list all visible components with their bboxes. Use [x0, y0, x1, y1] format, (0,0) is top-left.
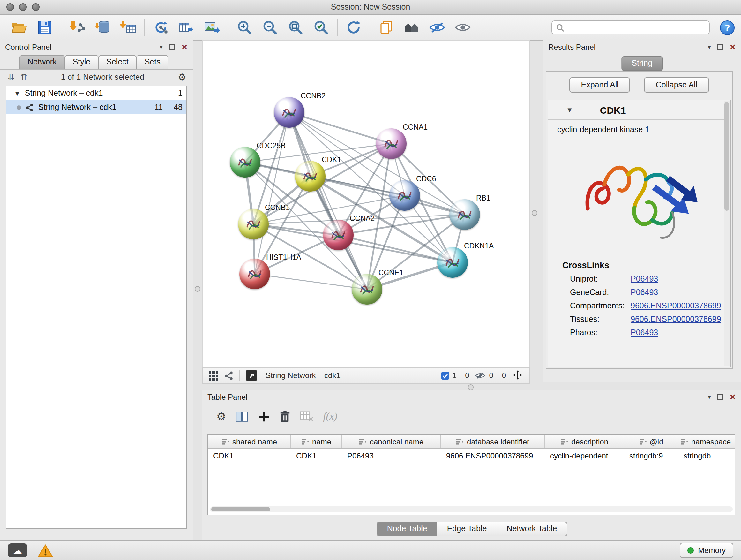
help-button[interactable]: ? — [720, 20, 735, 35]
network-node-cdkn1a[interactable] — [437, 247, 468, 278]
close-panel-icon[interactable]: ✕ — [730, 43, 736, 51]
zoom-out-button[interactable] — [257, 17, 283, 38]
open-session-button[interactable] — [6, 17, 32, 38]
splitter-handle-left[interactable] — [195, 286, 200, 292]
column-header-shared-name[interactable]: shared name — [208, 435, 291, 448]
cloud-button[interactable]: ☁ — [8, 543, 27, 557]
crosslink-link-compartments[interactable]: 9606.ENSP00000378699 — [630, 301, 721, 310]
table-cell-name[interactable]: CDK1 — [291, 449, 342, 460]
close-panel-icon[interactable]: ✕ — [730, 393, 736, 401]
hide-selected-button[interactable] — [424, 17, 450, 38]
network-node-ccnb2[interactable] — [274, 97, 305, 128]
crosslink-link-uniprot[interactable]: P06493 — [630, 274, 658, 283]
collapse-panel-icon[interactable]: ▾ — [159, 44, 163, 50]
network-node-ccna2[interactable] — [323, 220, 354, 250]
annotations-button[interactable] — [374, 17, 399, 38]
column-header-name[interactable]: name — [291, 435, 342, 448]
network-edge-ccnb2-ccna1[interactable] — [289, 112, 391, 144]
export-network-button[interactable] — [174, 17, 199, 38]
warning-icon[interactable] — [38, 544, 53, 557]
grid-view-icon[interactable] — [209, 371, 218, 380]
zoom-selected-button[interactable] — [308, 17, 334, 38]
float-panel-icon[interactable] — [169, 44, 175, 50]
show-all-button[interactable] — [450, 17, 475, 38]
memory-button[interactable]: Memory — [679, 543, 733, 558]
show-columns-icon[interactable] — [236, 410, 249, 422]
table-cell-shared-name[interactable]: CDK1 — [208, 449, 291, 460]
collapse-panel-icon[interactable]: ▾ — [708, 44, 711, 50]
network-edge-ccne1-hist1h1a[interactable] — [255, 274, 367, 289]
table-cell-id[interactable]: stringdb:9... — [624, 449, 678, 460]
export-image-button[interactable] — [199, 17, 225, 38]
tab-string[interactable]: String — [621, 56, 663, 71]
column-header-canonical-name[interactable]: canonical name — [342, 435, 441, 448]
network-collection-row[interactable]: ▼ String Network – cdk1 1 — [6, 86, 186, 100]
network-node-ccna1[interactable] — [376, 128, 407, 159]
zoom-in-button[interactable] — [232, 17, 257, 38]
import-network-from-file-button[interactable] — [64, 17, 90, 38]
table-cell-canonical-name[interactable]: P06493 — [342, 449, 441, 460]
tab-edge-table[interactable]: Edge Table — [437, 522, 497, 537]
zoom-fit-button[interactable] — [283, 17, 308, 38]
splitter-handle-bottom[interactable] — [468, 384, 474, 390]
network-node-hist1h1a[interactable] — [239, 259, 270, 289]
table-scrollbar-thumb[interactable] — [211, 507, 270, 511]
gene-collapse-icon[interactable]: ▼ — [566, 106, 573, 113]
results-scrollbar[interactable] — [724, 101, 730, 366]
delete-column-icon[interactable] — [280, 410, 291, 422]
tab-sets[interactable]: Sets — [136, 55, 169, 69]
network-node-cdc25b[interactable] — [230, 147, 260, 178]
crosslink-link-genecard[interactable]: P06493 — [630, 288, 658, 297]
splitter-handle-right[interactable] — [532, 210, 537, 216]
tab-network-table[interactable]: Network Table — [496, 522, 567, 537]
search-box[interactable] — [551, 20, 710, 35]
network-canvas[interactable]: CCNB2CCNA1CDC25BCDK1CDC6RB1CCNB1CCNA2CDK… — [202, 40, 530, 367]
network-overview-icon[interactable] — [224, 371, 233, 380]
selection-checkbox-icon[interactable] — [441, 371, 449, 380]
network-node-cdk1[interactable] — [295, 161, 326, 192]
table-horizontal-scrollbar[interactable] — [210, 506, 733, 512]
close-panel-icon[interactable]: ✕ — [181, 43, 188, 51]
expand-all-button[interactable]: Expand All — [569, 77, 630, 92]
window-minimize-button[interactable] — [19, 3, 27, 11]
column-header-namespace[interactable]: namespace — [678, 435, 733, 448]
network-node-ccne1[interactable] — [352, 274, 382, 305]
network-options-gear-icon[interactable]: ⚙ — [178, 72, 186, 82]
tab-style[interactable]: Style — [64, 55, 99, 69]
pan-move-icon[interactable] — [512, 370, 523, 381]
add-column-icon[interactable] — [258, 410, 270, 422]
first-neighbors-button[interactable] — [399, 17, 424, 38]
import-network-from-database-button[interactable] — [90, 17, 116, 38]
column-header-description[interactable]: description — [545, 435, 624, 448]
tab-select[interactable]: Select — [98, 55, 137, 69]
column-header-database-identifier[interactable]: database identifier — [441, 435, 545, 448]
crosslink-link-tissues[interactable]: 9606.ENSP00000378699 — [630, 314, 721, 323]
new-network-from-selection-button[interactable] — [148, 17, 174, 38]
tab-network[interactable]: Network — [19, 55, 65, 69]
network-edge-ccnb2-ccne1[interactable] — [289, 112, 367, 289]
search-input[interactable] — [564, 22, 705, 33]
tab-node-table[interactable]: Node Table — [377, 522, 437, 537]
gene-header[interactable]: ▼ CDK1 — [548, 100, 730, 120]
window-close-button[interactable] — [6, 3, 14, 11]
table-cell-namespace[interactable]: stringdb — [678, 449, 733, 460]
table-options-gear-icon[interactable]: ⚙ — [216, 411, 226, 422]
network-node-ccnb1[interactable] — [238, 209, 269, 240]
tree-expand-icon[interactable]: ▼ — [14, 90, 20, 97]
table-cell-description[interactable]: cyclin-dependent ... — [545, 449, 624, 460]
collapse-all-icon[interactable]: ⇊ — [8, 73, 15, 81]
save-session-button[interactable] — [32, 17, 57, 38]
import-table-from-file-button[interactable] — [116, 17, 141, 38]
collapse-panel-icon[interactable]: ▾ — [708, 394, 711, 400]
collapse-all-button[interactable]: Collapse All — [644, 77, 709, 92]
results-scrollbar-thumb[interactable] — [724, 102, 729, 211]
expand-all-icon[interactable]: ⇈ — [20, 73, 27, 81]
column-header-id[interactable]: @id — [624, 435, 678, 448]
detach-view-button[interactable] — [246, 370, 257, 381]
network-row[interactable]: String Network – cdk1 11 48 — [6, 100, 186, 114]
network-node-cdc6[interactable] — [389, 180, 420, 211]
float-panel-icon[interactable] — [718, 394, 723, 400]
hidden-eye-icon[interactable] — [475, 371, 486, 380]
crosslink-link-pharos[interactable]: P06493 — [630, 328, 658, 337]
table-cell-database-identifier[interactable]: 9606.ENSP00000378699 — [441, 449, 545, 460]
